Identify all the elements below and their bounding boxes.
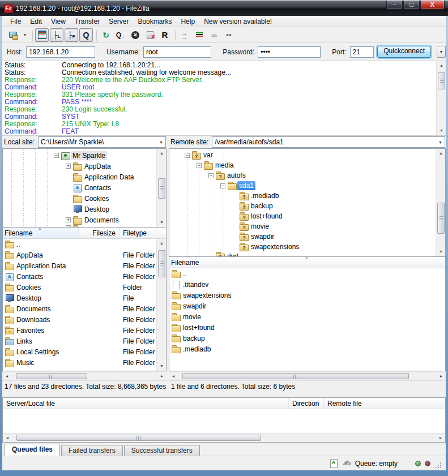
file-row[interactable]: .. — [3, 239, 156, 250]
column-filename[interactable]: ▼ Filename — [169, 257, 445, 268]
tab-queued-files[interactable]: Queued files — [5, 444, 60, 456]
reconnect-button[interactable] — [158, 28, 172, 42]
tree-item[interactable]: dvd — [169, 252, 436, 256]
remote-hscrollbar[interactable]: ◄ ► — [169, 371, 446, 380]
expander-icon[interactable]: − — [208, 173, 214, 178]
find-files-button[interactable] — [222, 28, 236, 42]
file-row[interactable]: Links File Folder — [3, 336, 156, 346]
menu-new-version[interactable]: New version available! — [199, 16, 276, 27]
expander-icon[interactable]: + — [66, 164, 71, 169]
column-filesize[interactable]: Filesize — [79, 228, 120, 238]
menu-server[interactable]: Server — [104, 16, 133, 27]
tree-item[interactable]: − autofs — [169, 170, 436, 181]
filter-button[interactable] — [193, 28, 206, 42]
file-row[interactable]: AppData File Folder — [3, 250, 156, 260]
column-filename[interactable]: ▲ Filename — [3, 228, 79, 238]
compare-directories-button[interactable] — [178, 28, 191, 42]
toggle-local-tree-button[interactable] — [50, 28, 63, 42]
tree-item[interactable]: lost+found — [169, 211, 436, 221]
combo-dropdown-icon[interactable]: ▼ — [436, 140, 445, 144]
file-row[interactable]: Downloads File Folder — [3, 314, 156, 325]
pane-splitter[interactable] — [2, 392, 446, 397]
file-row[interactable]: Desktop File — [3, 293, 156, 303]
expander-icon[interactable]: − — [185, 153, 190, 158]
scroll-right-icon[interactable]: ► — [436, 434, 445, 443]
file-row[interactable]: backup — [169, 333, 445, 344]
scroll-thumb[interactable] — [16, 373, 87, 379]
tree-item[interactable]: − media — [169, 160, 436, 170]
tab-successful-transfers[interactable]: Successful transfers — [124, 445, 200, 456]
scroll-left-icon[interactable]: ◄ — [3, 434, 12, 443]
tab-failed-transfers[interactable]: Failed transfers — [61, 445, 123, 456]
tree-item[interactable]: swapextensions — [169, 242, 436, 252]
close-button[interactable]: X — [420, 1, 445, 10]
file-row[interactable]: lost+found — [169, 322, 445, 333]
local-list-scrollbar[interactable]: ▲ ▼ — [156, 239, 166, 371]
scroll-thumb[interactable] — [158, 250, 165, 277]
site-manager-button[interactable] — [6, 28, 20, 42]
column-direction[interactable]: Direction — [289, 398, 324, 409]
menu-edit[interactable]: Edit — [25, 16, 46, 27]
scroll-thumb[interactable] — [182, 373, 409, 379]
file-row[interactable]: Documents File Folder — [3, 303, 156, 314]
menu-help[interactable]: Help — [176, 16, 199, 27]
expander-icon[interactable]: − — [54, 153, 59, 158]
scroll-thumb[interactable] — [158, 178, 165, 199]
scroll-left-icon[interactable]: ◄ — [169, 372, 178, 381]
expander-icon[interactable]: + — [66, 225, 71, 227]
remote-site-combo[interactable]: /var/media/autofs/sda1 ▼ — [212, 136, 445, 148]
file-row[interactable]: Application Data File Folder — [3, 260, 156, 271]
tree-item[interactable]: backup — [169, 201, 436, 211]
sync-browsing-button[interactable] — [207, 28, 221, 42]
scroll-up-icon[interactable]: ▲ — [157, 239, 166, 248]
column-server-local-file[interactable]: Server/Local file — [3, 398, 289, 409]
maximize-button[interactable]: ▢ — [403, 1, 420, 10]
speed-limits-icon[interactable] — [342, 459, 351, 468]
tree-item[interactable]: + AppData — [3, 161, 156, 171]
file-row[interactable]: .titandev — [169, 279, 445, 290]
disconnect-button[interactable] — [143, 28, 157, 42]
combo-dropdown-icon[interactable]: ▼ — [157, 140, 165, 144]
file-row[interactable]: swapextensions — [169, 290, 445, 301]
file-row[interactable]: Favorites File Folder — [3, 325, 156, 336]
tree-item[interactable]: Cookies — [3, 193, 156, 204]
log-scrollbar[interactable]: ▲ ▼ — [436, 61, 446, 135]
local-hscrollbar[interactable]: ◄ ► — [2, 371, 167, 380]
quickconnect-button[interactable]: Quickconnect — [377, 46, 431, 58]
scroll-left-icon[interactable]: ◄ — [2, 372, 11, 381]
tree-item[interactable]: Contacts — [3, 182, 156, 193]
file-row[interactable]: .. — [169, 268, 445, 279]
tree-item[interactable]: + Documents — [3, 215, 156, 225]
refresh-button[interactable] — [99, 28, 113, 42]
tree-item[interactable]: .mediadb — [169, 191, 436, 201]
local-site-combo[interactable]: C:\Users\Mr Sparkle\ ▼ — [38, 136, 166, 148]
menu-bookmarks[interactable]: Bookmarks — [133, 16, 176, 27]
quickconnect-dropdown[interactable]: ▼ — [437, 46, 446, 58]
scroll-right-icon[interactable]: ► — [157, 372, 167, 381]
scroll-right-icon[interactable]: ► — [437, 372, 446, 381]
menu-transfer[interactable]: Transfer — [70, 16, 104, 27]
process-queue-button[interactable] — [114, 28, 127, 42]
toggle-message-log-button[interactable] — [35, 28, 49, 42]
scroll-down-icon[interactable]: ▼ — [157, 218, 167, 227]
port-input[interactable]: 21 — [350, 46, 374, 58]
file-row[interactable]: .mediadb — [169, 344, 445, 354]
tree-item[interactable]: movie — [169, 221, 436, 231]
file-row[interactable]: Local Settings File Folder — [3, 346, 156, 357]
remote-tree-scrollbar[interactable]: ▲ ▼ — [436, 149, 445, 256]
minimize-button[interactable]: – — [386, 1, 403, 10]
username-input[interactable]: root — [143, 46, 211, 58]
scroll-thumb[interactable] — [437, 203, 445, 234]
scroll-thumb[interactable] — [438, 72, 445, 89]
scroll-down-icon[interactable]: ▼ — [157, 362, 166, 371]
scroll-down-icon[interactable]: ▼ — [437, 126, 446, 135]
scroll-up-icon[interactable]: ▲ — [437, 61, 446, 70]
column-filetype[interactable]: Filetype — [120, 228, 166, 238]
scroll-up-icon[interactable]: ▲ — [436, 149, 446, 158]
tree-item[interactable]: − Mr Sparkle — [3, 150, 156, 161]
host-input[interactable]: 192.168.1.20 — [26, 46, 95, 58]
queue-hscrollbar[interactable]: ◄ ► — [3, 433, 445, 442]
menu-view[interactable]: View — [46, 16, 70, 27]
expander-icon[interactable]: − — [197, 163, 202, 168]
toggle-queue-button[interactable] — [79, 28, 93, 42]
